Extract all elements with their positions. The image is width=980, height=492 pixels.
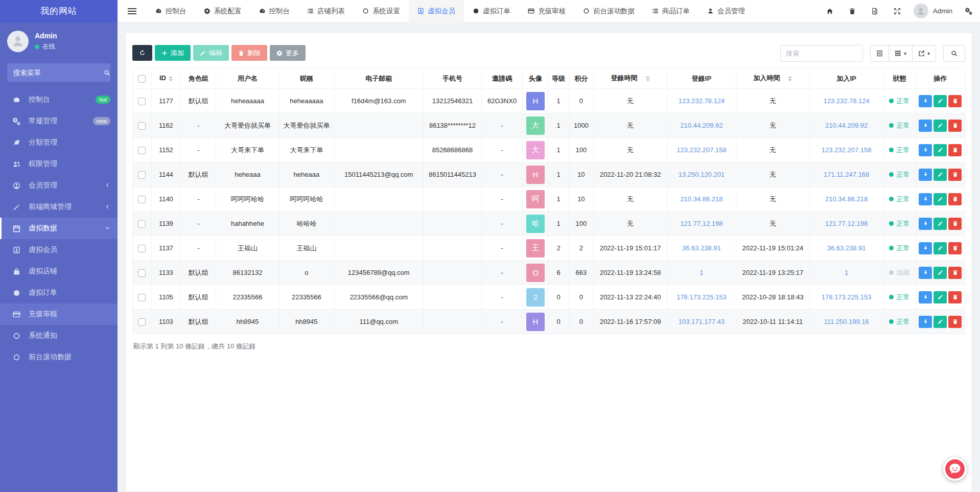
menu-toggle-button[interactable]: [118, 0, 147, 22]
row-edit-button[interactable]: [934, 144, 947, 156]
row-edit-button[interactable]: [934, 218, 947, 230]
row-download-button[interactable]: [919, 120, 932, 132]
export-button[interactable]: ▾: [913, 45, 936, 62]
column-header-join_time[interactable]: 加入時間: [736, 68, 809, 89]
sidebar-search-input[interactable]: [13, 69, 104, 77]
table-search-input[interactable]: [780, 45, 863, 62]
row-delete-button[interactable]: [948, 169, 962, 181]
row-download-button[interactable]: [919, 316, 932, 328]
sidebar-item-recharge-audit[interactable]: 充值审核: [0, 303, 118, 325]
sidebar-item-front-scroll[interactable]: 前台滚动数据: [0, 346, 118, 368]
edit-button[interactable]: 编辑: [193, 45, 229, 61]
row-download-button[interactable]: [919, 218, 932, 230]
row-edit-button[interactable]: [934, 95, 947, 107]
trash-button[interactable]: [841, 0, 864, 22]
sidebar-item-virtual-data[interactable]: 虚拟数据: [0, 218, 118, 239]
delete-button[interactable]: 删除: [231, 45, 267, 61]
row-download-button[interactable]: [919, 95, 932, 107]
column-header-login_time[interactable]: 登錄時間: [593, 68, 667, 89]
settings-button[interactable]: [958, 0, 980, 22]
tab-virtual-member[interactable]: 虚拟会员: [409, 0, 464, 22]
fullscreen-button[interactable]: [886, 0, 908, 22]
tab-system-config[interactable]: 系统配置: [195, 0, 250, 22]
tab-console-2[interactable]: 控制台: [250, 0, 299, 22]
login-ip-link[interactable]: 13.250.120.201: [679, 171, 725, 178]
sidebar-item-member[interactable]: 会员管理: [0, 175, 118, 196]
sort-icon[interactable]: [788, 74, 792, 83]
login-ip-link[interactable]: 121.77.12.198: [680, 220, 722, 227]
row-checkbox[interactable]: [138, 220, 146, 228]
tab-console[interactable]: 控制台: [147, 0, 195, 22]
search-button[interactable]: [943, 45, 965, 62]
row-delete-button[interactable]: [948, 95, 962, 107]
column-header-id[interactable]: ID: [151, 68, 181, 89]
join-ip-link[interactable]: 178.173.225.153: [822, 293, 872, 301]
sidebar-item-system-notice[interactable]: 系统通知: [0, 325, 118, 346]
row-checkbox[interactable]: [138, 196, 146, 203]
row-checkbox[interactable]: [138, 98, 146, 105]
row-delete-button[interactable]: [948, 120, 962, 132]
row-delete-button[interactable]: [948, 316, 962, 328]
sidebar-item-virtual-order[interactable]: 虚拟订单: [0, 282, 118, 303]
login-ip-link[interactable]: 1: [699, 269, 703, 276]
topbar-user[interactable]: Admin: [908, 4, 958, 18]
tab-system-settings[interactable]: 系统设置: [354, 0, 409, 22]
row-checkbox[interactable]: [138, 147, 146, 154]
row-download-button[interactable]: [919, 291, 932, 303]
chat-button[interactable]: [943, 457, 967, 481]
row-delete-button[interactable]: [948, 218, 962, 230]
row-edit-button[interactable]: [934, 169, 947, 181]
tab-virtual-order[interactable]: 虚拟订单: [464, 0, 519, 22]
join-ip-link[interactable]: 123.232.78.124: [823, 97, 869, 105]
row-download-button[interactable]: [919, 267, 932, 279]
row-delete-button[interactable]: [948, 242, 962, 254]
row-download-button[interactable]: [919, 193, 932, 205]
row-edit-button[interactable]: [934, 291, 947, 303]
clear-cache-button[interactable]: [864, 0, 886, 22]
row-checkbox[interactable]: [138, 122, 146, 130]
row-edit-button[interactable]: [934, 193, 947, 205]
sidebar-item-auth[interactable]: 权限管理: [0, 153, 118, 175]
tab-goods-order[interactable]: 商品订单: [643, 0, 698, 22]
join-ip-link[interactable]: 1: [845, 269, 848, 276]
sidebar-item-console[interactable]: 控制台hot: [0, 89, 118, 110]
row-download-button[interactable]: [919, 144, 932, 156]
row-edit-button[interactable]: [934, 267, 947, 279]
user-avatar[interactable]: [7, 31, 29, 52]
tab-shop-list[interactable]: 店铺列表: [298, 0, 354, 22]
search-icon[interactable]: [104, 69, 110, 76]
row-delete-button[interactable]: [948, 291, 962, 303]
row-edit-button[interactable]: [934, 316, 947, 328]
tab-member-manage[interactable]: 会员管理: [698, 0, 754, 22]
sort-icon[interactable]: [646, 74, 650, 83]
refresh-button[interactable]: [132, 45, 152, 61]
more-button[interactable]: 更多: [270, 45, 306, 61]
sidebar-item-virtual-member[interactable]: 虚拟会员: [0, 239, 118, 261]
sidebar-item-front-mall[interactable]: 前端商城管理: [0, 196, 118, 218]
row-delete-button[interactable]: [948, 267, 962, 279]
row-download-button[interactable]: [919, 242, 932, 254]
sidebar-item-category[interactable]: 分類管理: [0, 132, 118, 153]
home-button[interactable]: [819, 0, 841, 22]
row-checkbox[interactable]: [138, 318, 146, 326]
login-ip-link[interactable]: 36.63.238.91: [682, 244, 721, 252]
join-ip-link[interactable]: 210.44.209.92: [825, 122, 868, 129]
login-ip-link[interactable]: 123.232.78.124: [679, 97, 725, 105]
login-ip-link[interactable]: 178.173.225.153: [676, 293, 727, 301]
row-checkbox[interactable]: [138, 294, 146, 301]
join-ip-link[interactable]: 123.232.207.158: [822, 146, 872, 154]
select-all-checkbox[interactable]: [138, 75, 146, 83]
login-ip-link[interactable]: 210.34.86.218: [680, 195, 722, 203]
sidebar-item-general[interactable]: 常规管理new: [0, 110, 118, 132]
join-ip-link[interactable]: 210.34.86.218: [825, 195, 868, 203]
row-edit-button[interactable]: [934, 242, 947, 254]
join-ip-link[interactable]: 171.11.247.168: [824, 171, 869, 178]
row-delete-button[interactable]: [948, 193, 962, 205]
sidebar-item-virtual-shop[interactable]: 虚拟店铺: [0, 261, 118, 282]
login-ip-link[interactable]: 123.232.207.158: [676, 146, 727, 154]
row-checkbox[interactable]: [138, 245, 146, 252]
row-edit-button[interactable]: [934, 120, 947, 132]
add-button[interactable]: 添加: [155, 45, 191, 61]
tab-recharge-audit[interactable]: 充值审核: [519, 0, 574, 22]
row-download-button[interactable]: [919, 169, 932, 181]
